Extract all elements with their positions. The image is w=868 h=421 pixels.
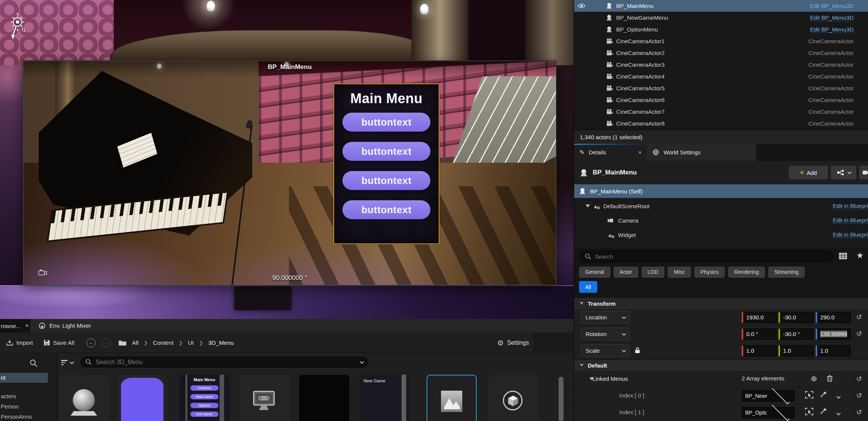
reset-rotation-button[interactable]: ↺ bbox=[856, 330, 862, 338]
asset-search-bar[interactable] bbox=[80, 356, 369, 368]
folder-tree-item-content[interactable]: nt bbox=[0, 373, 48, 383]
edit-blueprint-link[interactable]: Edit BP_Menu3D bbox=[810, 14, 854, 21]
asset-tile-mesh[interactable] bbox=[488, 375, 538, 421]
rotation-x-field[interactable]: 0.0 ° bbox=[742, 328, 777, 340]
index-1-asset-dropdown[interactable]: BP_OptionMenu bbox=[742, 407, 795, 418]
breadcrumb-all[interactable]: All bbox=[132, 339, 138, 346]
reset-index-1-button[interactable]: ↺ bbox=[856, 408, 862, 416]
save-all-button[interactable]: Save All bbox=[44, 339, 74, 346]
level-viewport[interactable]: Main Menu buttontext buttontext buttonte… bbox=[0, 0, 574, 319]
asset-tile-main-menu-widget[interactable]: Main Menu Continue New Game Options Exit… bbox=[179, 375, 229, 421]
outliner-row-bp-newgamemenu[interactable]: BP_NewGameMenu Edit BP_Menu3D bbox=[574, 12, 868, 24]
folder-tree-item-person[interactable]: Person bbox=[0, 402, 19, 412]
location-y-field[interactable]: -30.0 bbox=[779, 312, 814, 323]
scale-z-field[interactable]: 1.0 bbox=[816, 345, 851, 357]
clipped-toolbar-button[interactable] bbox=[859, 166, 868, 179]
edit-in-blueprint-link[interactable]: Edit in Blueprint bbox=[833, 203, 868, 209]
outliner-row-cinecameraactor8[interactable]: CineCameraActor8 CineCameraActor bbox=[574, 118, 868, 129]
folder-icon[interactable] bbox=[118, 340, 127, 346]
scale-lock-toggle[interactable] bbox=[635, 347, 640, 355]
blueprint-actions-button[interactable] bbox=[831, 166, 856, 179]
folder-tree-item-personarms[interactable]: PersonArms bbox=[0, 412, 32, 421]
chevron-down-icon[interactable] bbox=[360, 359, 364, 363]
point-light-gizmo-icon[interactable] bbox=[5, 7, 27, 41]
tab-details[interactable]: ✎ Details × bbox=[574, 144, 647, 161]
add-element-icon[interactable]: ⊕ bbox=[811, 374, 817, 383]
back-icon[interactable]: ← bbox=[86, 338, 96, 347]
asset-tile-texture-selected[interactable] bbox=[427, 375, 477, 421]
menu-button-3[interactable]: buttontext bbox=[342, 171, 430, 190]
index-0-asset-dropdown[interactable]: BP_NewGameMenu bbox=[742, 390, 795, 402]
edit-blueprint-link[interactable]: Edit BP_Menu3D bbox=[810, 26, 854, 33]
location-x-field[interactable]: 1930.0 bbox=[742, 312, 777, 323]
transform-section-header[interactable]: Transform bbox=[574, 297, 868, 309]
breadcrumb-3d-menu[interactable]: 3D_Menu bbox=[208, 339, 234, 346]
tab-content-browser[interactable]: rowse... × bbox=[0, 319, 30, 333]
folder-tree-item-characters[interactable]: acters bbox=[0, 391, 16, 401]
chevron-down-icon[interactable] bbox=[837, 410, 840, 417]
asset-tile-material-sphere[interactable] bbox=[59, 375, 109, 421]
menu-button-4[interactable]: buttontext bbox=[342, 200, 430, 219]
camera-preview-window[interactable]: Main Menu buttontext buttontext buttonte… bbox=[23, 61, 556, 285]
component-row-root[interactable]: DefaultSceneRoot Edit in Blueprint bbox=[574, 199, 868, 213]
matrix-icon[interactable] bbox=[838, 252, 848, 260]
edit-in-blueprint-link[interactable]: Edit in Blueprint bbox=[833, 217, 868, 224]
settings-button[interactable]: ⚙ Settings bbox=[497, 333, 529, 353]
edit-in-blueprint-link[interactable]: Edit in Blueprint bbox=[833, 231, 868, 238]
component-row-widget[interactable]: Widget Edit in Blueprint bbox=[574, 228, 868, 242]
outliner-row-cinecameraactor1[interactable]: CineCameraActor1 CineCameraActor bbox=[574, 35, 868, 47]
eyedropper-icon[interactable] bbox=[820, 391, 827, 399]
rotation-y-field[interactable]: -30.0 ° bbox=[779, 328, 814, 340]
chip-lod[interactable]: LOD bbox=[642, 267, 665, 278]
reset-index-0-button[interactable]: ↺ bbox=[856, 392, 862, 399]
asset-tile-new-game-widget[interactable]: New Game Back bbox=[359, 375, 409, 421]
breadcrumb-ui[interactable]: UI bbox=[188, 339, 194, 346]
scale-dropdown[interactable]: Scale bbox=[581, 344, 629, 357]
close-icon[interactable]: × bbox=[638, 149, 642, 156]
tab-world-settings[interactable]: World Settings bbox=[647, 144, 756, 161]
chip-physics[interactable]: Physics bbox=[694, 267, 725, 278]
outliner-row-cinecameraactor6[interactable]: CineCameraActor6 CineCameraActor bbox=[574, 94, 868, 106]
scale-y-field[interactable]: 1.0 bbox=[779, 345, 814, 357]
favorite-icon[interactable]: ★ bbox=[856, 251, 864, 261]
search-icon[interactable] bbox=[30, 359, 38, 368]
component-row-self[interactable]: BP_MainMenu (Self) bbox=[574, 184, 868, 198]
close-icon[interactable]: × bbox=[25, 322, 29, 329]
rotation-dropdown[interactable]: Rotation bbox=[581, 328, 629, 340]
tab-env-light-mixer[interactable]: Env. Light Mixer bbox=[32, 319, 98, 333]
import-button[interactable]: Import bbox=[6, 339, 33, 346]
edit-blueprint-link[interactable]: Edit BP_Menu3D bbox=[810, 3, 854, 9]
chip-rendering[interactable]: Rendering bbox=[728, 267, 765, 278]
outliner-row-cinecameraactor3[interactable]: CineCameraActor3 CineCameraActor bbox=[574, 59, 868, 71]
delete-icon[interactable] bbox=[827, 375, 833, 383]
location-z-field[interactable]: 290.0 bbox=[816, 312, 851, 323]
forward-icon[interactable]: → bbox=[102, 338, 111, 347]
menu-button-2[interactable]: buttontext bbox=[342, 142, 430, 161]
add-component-button[interactable]: + Add bbox=[789, 166, 828, 179]
outliner-row-cinecameraactor2[interactable]: CineCameraActor2 CineCameraActor bbox=[574, 47, 868, 59]
pick-actor-icon[interactable] bbox=[805, 408, 813, 417]
chip-streaming[interactable]: Streaming bbox=[768, 267, 805, 278]
outliner-row-bp-optionmenu[interactable]: BP_OptionMenu Edit BP_Menu3D bbox=[574, 24, 868, 35]
visibility-toggle[interactable] bbox=[574, 3, 589, 9]
chip-general[interactable]: General bbox=[579, 267, 610, 278]
details-search-input[interactable] bbox=[595, 253, 827, 260]
chip-all[interactable]: All bbox=[579, 281, 597, 293]
location-dropdown[interactable]: Location bbox=[581, 311, 629, 324]
outliner-row-cinecameraactor7[interactable]: CineCameraActor7 CineCameraActor bbox=[574, 106, 868, 118]
outliner-row-cinecameraactor5[interactable]: CineCameraActor5 CineCameraActor bbox=[574, 82, 868, 94]
scale-x-field[interactable]: 1.0 bbox=[742, 345, 777, 357]
reset-location-button[interactable]: ↺ bbox=[856, 313, 862, 321]
asset-search-input[interactable] bbox=[96, 359, 356, 366]
chip-actor[interactable]: Actor bbox=[614, 267, 638, 278]
caret-down-icon[interactable] bbox=[585, 204, 590, 207]
eyedropper-icon[interactable] bbox=[820, 408, 827, 416]
menu-button-1[interactable]: buttontext bbox=[342, 113, 430, 132]
outliner-row-bp-mainmenu[interactable]: BP_MainMenu Edit BP_Menu3D bbox=[574, 0, 868, 12]
rotation-z-field[interactable]: 139.99999 bbox=[816, 328, 851, 340]
chip-misc[interactable]: Misc bbox=[668, 267, 691, 278]
breadcrumb-content[interactable]: Content bbox=[153, 339, 173, 346]
details-search-bar[interactable] bbox=[579, 250, 833, 262]
reset-linked-menus-button[interactable]: ↺ bbox=[856, 375, 862, 383]
chevron-down-icon[interactable] bbox=[837, 393, 840, 400]
